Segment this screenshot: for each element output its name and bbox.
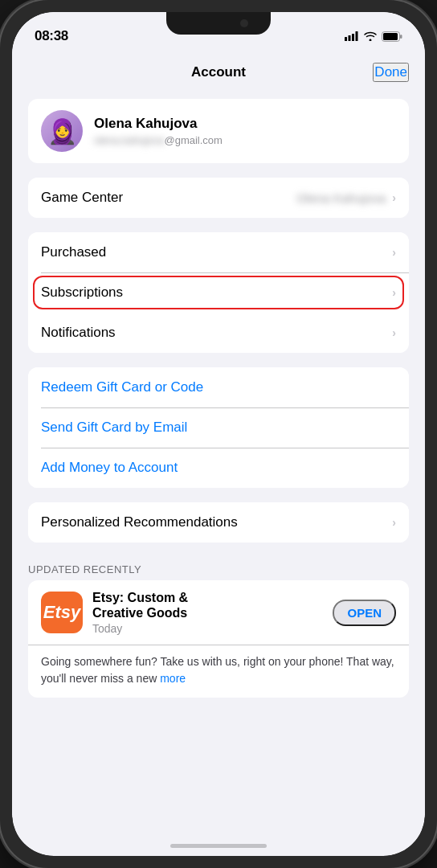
recommendations-label: Personalized Recommendations bbox=[41, 514, 392, 530]
app-row: Etsy Etsy: Custom & Creative Goods Today… bbox=[28, 580, 409, 645]
svg-rect-2 bbox=[352, 34, 354, 41]
recommendations-item[interactable]: Personalized Recommendations › bbox=[28, 502, 409, 542]
purchased-chevron: › bbox=[392, 246, 396, 259]
app-info: Etsy: Custom & Creative Goods Today bbox=[92, 590, 323, 635]
profile-email: olena.kahujova@gmail.com bbox=[94, 134, 223, 146]
gap-2 bbox=[12, 218, 425, 232]
screen: 08:38 bbox=[12, 12, 425, 856]
battery-icon bbox=[382, 31, 402, 42]
menu-group: Purchased › Subscriptions › Notification… bbox=[28, 232, 409, 353]
profile-info: Olena Kahujova olena.kahujova@gmail.com bbox=[94, 116, 223, 146]
svg-rect-0 bbox=[345, 37, 347, 41]
updated-section-label: UPDATED RECENTLY bbox=[28, 563, 409, 575]
game-center-item[interactable]: Game Center Olena Kahujova › bbox=[28, 178, 409, 218]
add-money-label: Add Money to Account bbox=[41, 460, 396, 476]
notch bbox=[166, 12, 271, 35]
done-button[interactable]: Done bbox=[373, 63, 409, 82]
notifications-item[interactable]: Notifications › bbox=[28, 313, 409, 353]
phone-inner: 08:38 bbox=[12, 12, 425, 856]
page-title: Account bbox=[191, 64, 246, 80]
gap-4 bbox=[12, 488, 425, 502]
app-more-link[interactable]: more bbox=[160, 672, 186, 685]
email-suffix: @gmail.com bbox=[164, 134, 222, 146]
app-icon-text: Etsy bbox=[43, 602, 80, 623]
add-money-item[interactable]: Add Money to Account bbox=[28, 448, 409, 488]
wifi-icon bbox=[364, 31, 377, 41]
redeem-item[interactable]: Redeem Gift Card or Code bbox=[28, 367, 409, 407]
app-description: Going somewhere fun? Take us with us, ri… bbox=[28, 645, 409, 698]
gap-5 bbox=[12, 542, 425, 557]
recommendations-chevron: › bbox=[392, 516, 396, 529]
app-card: Etsy Etsy: Custom & Creative Goods Today… bbox=[28, 580, 409, 698]
purchased-item[interactable]: Purchased › bbox=[28, 232, 409, 272]
svg-rect-1 bbox=[349, 35, 351, 41]
app-name: Etsy: Custom & Creative Goods bbox=[92, 590, 323, 620]
app-icon: Etsy bbox=[41, 592, 83, 633]
purchased-label: Purchased bbox=[41, 244, 392, 260]
scroll-content: 🧕 Olena Kahujova olena.kahujova@gmail.co… bbox=[12, 92, 425, 827]
notifications-chevron: › bbox=[392, 326, 396, 339]
status-time: 08:38 bbox=[35, 28, 68, 44]
recommendations-group: Personalized Recommendations › bbox=[28, 502, 409, 542]
phone-frame: 08:38 bbox=[0, 0, 437, 868]
game-center-label: Game Center bbox=[41, 190, 296, 206]
subscriptions-item[interactable]: Subscriptions › bbox=[28, 272, 409, 313]
notifications-label: Notifications bbox=[41, 325, 392, 341]
avatar: 🧕 bbox=[41, 110, 83, 152]
app-description-text: Going somewhere fun? Take us with us, ri… bbox=[41, 655, 394, 684]
game-center-chevron: › bbox=[392, 191, 396, 204]
svg-rect-5 bbox=[383, 33, 398, 40]
redeem-label: Redeem Gift Card or Code bbox=[41, 379, 396, 395]
nav-bar: Account Done bbox=[12, 52, 425, 92]
app-open-button[interactable]: OPEN bbox=[333, 600, 396, 626]
app-subtitle: Today bbox=[92, 622, 323, 635]
status-icons bbox=[345, 31, 402, 42]
camera-dot bbox=[240, 19, 248, 27]
game-center-group: Game Center Olena Kahujova › bbox=[28, 178, 409, 218]
profile-name: Olena Kahujova bbox=[94, 116, 223, 132]
send-gift-label: Send Gift Card by Email bbox=[41, 420, 396, 436]
send-gift-item[interactable]: Send Gift Card by Email bbox=[28, 407, 409, 448]
game-center-blur: Olena Kahujova bbox=[296, 191, 386, 205]
svg-rect-6 bbox=[400, 35, 402, 39]
gap-3 bbox=[12, 353, 425, 367]
subscriptions-label: Subscriptions bbox=[41, 285, 392, 301]
home-indicator bbox=[12, 827, 425, 856]
signal-icon bbox=[345, 31, 359, 41]
profile-card: 🧕 Olena Kahujova olena.kahujova@gmail.co… bbox=[28, 99, 409, 163]
email-blur: olena.kahujova bbox=[94, 134, 164, 146]
svg-rect-3 bbox=[356, 31, 358, 41]
gift-card-group: Redeem Gift Card or Code Send Gift Card … bbox=[28, 367, 409, 488]
gap-1 bbox=[12, 163, 425, 178]
game-center-value: Olena Kahujova bbox=[296, 191, 386, 205]
subscriptions-chevron: › bbox=[392, 286, 396, 299]
home-bar bbox=[170, 844, 267, 848]
